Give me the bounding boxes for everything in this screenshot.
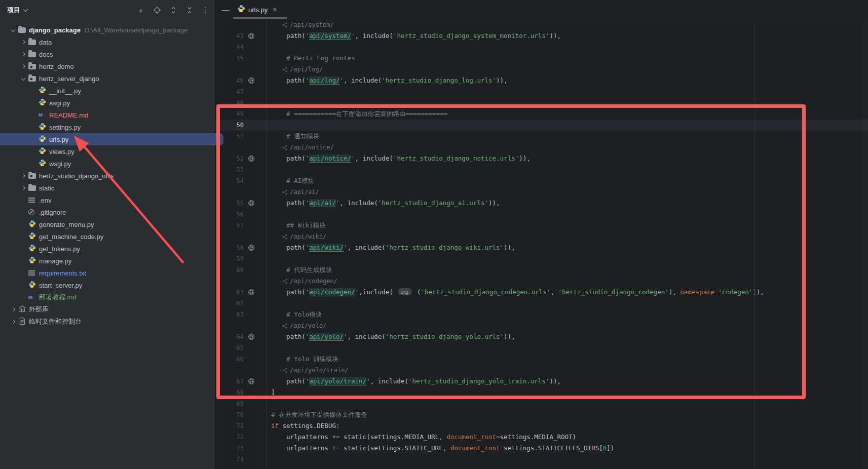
code-line-51[interactable]: 51 # 通知模块 [215, 131, 868, 142]
code-line-55[interactable]: 55 path('api/ai/', include('hertz_studio… [215, 198, 868, 209]
code-line-44[interactable]: 44 [215, 42, 868, 53]
tree-chevron-closed[interactable] [18, 186, 28, 189]
locate-file-button[interactable] [152, 5, 163, 16]
url-globe-gutter-icon[interactable] [248, 333, 255, 340]
tree-item--[interactable]: 临时文件和控制台 [0, 316, 82, 328]
code-line-68[interactable]: 68] [215, 387, 868, 398]
editor-scrollbar[interactable] [862, 19, 868, 469]
folder-icon [28, 52, 36, 57]
code-line-72[interactable]: 72 urlpatterns += static(settings.MEDIA_… [215, 432, 868, 443]
tree-item-get_machine_code.py[interactable]: get_machine_code.py [0, 230, 103, 243]
tab-urls-py[interactable]: urls.py ✕ [233, 0, 287, 19]
code-line-65[interactable]: 65 [215, 342, 868, 354]
tree-chevron-closed[interactable] [8, 308, 18, 311]
tree-item-hertz_demo[interactable]: hertz_demo [0, 60, 74, 72]
tree-chevron-closed[interactable] [18, 174, 28, 177]
url-inlay-hint[interactable]: /api/yolo/ [215, 320, 868, 331]
url-globe-gutter-icon[interactable] [248, 155, 255, 162]
tree-item-__init__.py[interactable]: __init__.py [0, 85, 81, 97]
tree-item-.env[interactable]: .env [0, 194, 52, 206]
hide-panel-button[interactable]: — [219, 4, 232, 15]
code-text: path('api/system/', include('hertz_studi… [271, 30, 561, 42]
code-text: # Yolo 训练模块 [271, 354, 338, 365]
code-line-64[interactable]: 64 path('api/yolo/', include('hertz_stud… [215, 331, 868, 342]
code-line-47[interactable]: 47 [215, 86, 868, 97]
url-inlay-hint[interactable]: /api/system/ [215, 19, 868, 30]
tree-item-README.md[interactable]: M↓README.md [0, 109, 88, 121]
code-line-74[interactable]: 74 [215, 454, 868, 465]
tree-item-asgi.py[interactable]: asgi.py [0, 97, 70, 109]
tree-item-docs[interactable]: docs [0, 48, 53, 60]
code-token: api/wiki/ [309, 244, 344, 252]
tree-item-static[interactable]: static [0, 182, 54, 194]
close-tab-icon[interactable]: ✕ [272, 6, 277, 13]
code-line-49[interactable]: 49 # ===========在下面添加你需要的路由=========== [215, 108, 868, 120]
code-token: ), [669, 288, 681, 296]
url-inlay-hint[interactable]: /api/yolo/train/ [215, 365, 868, 376]
tree-item-wsgi.py[interactable]: wsgi.py [0, 158, 71, 170]
url-globe-gutter-icon[interactable] [248, 289, 255, 296]
code-line-50[interactable]: 50 [215, 120, 868, 131]
collapse-all-button[interactable] [184, 5, 195, 16]
code-line-45[interactable]: 45 # Hertz Log routes [215, 53, 868, 64]
url-inlay-hint[interactable]: /api/log/ [215, 64, 868, 75]
tree-chevron-closed[interactable] [18, 65, 28, 68]
code-line-59[interactable]: 59 [215, 253, 868, 264]
add-button[interactable]: + [135, 5, 146, 16]
tree-chevron-closed[interactable] [8, 320, 18, 323]
tree-item-start_server.py[interactable]: start_server.py [0, 279, 82, 291]
tree-item--.md[interactable]: M↓部署教程.md [0, 291, 77, 303]
url-globe-gutter-icon[interactable] [248, 200, 255, 207]
expand-all-button[interactable] [168, 5, 179, 16]
tree-item-django_package[interactable]: django_packageD:\All_Warehouse\django_pa… [0, 24, 187, 36]
code-line-71[interactable]: 71if settings.DEBUG: [215, 420, 868, 432]
tree-item-get_tokens.py[interactable]: get_tokens.py [0, 243, 80, 255]
code-line-66[interactable]: 66 # Yolo 训练模块 [215, 354, 868, 365]
tree-item-generate_menu.py[interactable]: generate_menu.py [0, 218, 94, 230]
tree-item-manage.py[interactable]: manage.py [0, 255, 71, 267]
tree-item-.gitignore[interactable]: .gitignore [0, 206, 66, 218]
code-line-73[interactable]: 73 urlpatterns += static(settings.STATIC… [215, 443, 868, 454]
tree-item-hertz_server_django[interactable]: hertz_server_django [0, 72, 99, 85]
project-panel-title[interactable]: 项目 [7, 6, 20, 15]
code-line-46[interactable]: 46 path('api/log/', include('hertz_studi… [215, 75, 868, 86]
code-line-67[interactable]: 67 path('api/yolo/train/', include('hert… [215, 376, 868, 387]
code-area[interactable]: /api/system/43 path('api/system/', inclu… [215, 19, 868, 465]
tree-item-requirements.txt[interactable]: requirements.txt [0, 267, 86, 279]
tree-item-hertz_studio_django_utils[interactable]: hertz_studio_django_utils [0, 170, 114, 182]
code-line-43[interactable]: 43 path('api/system/', include('hertz_st… [215, 30, 868, 42]
url-globe-gutter-icon[interactable] [248, 244, 255, 251]
code-line-53[interactable]: 53 [215, 164, 868, 175]
code-line-60[interactable]: 60 # 代码生成模块 [215, 264, 868, 276]
url-inlay-hint[interactable]: /api/codegen/ [215, 276, 868, 287]
code-token: 'hertz_studio_django_wiki.urls' [386, 244, 504, 251]
code-line-52[interactable]: 52 path('api/notice/', include('hertz_st… [215, 153, 868, 164]
code-line-56[interactable]: 56 [215, 209, 868, 220]
code-line-63[interactable]: 63 # Yolo模块 [215, 309, 868, 320]
url-inlay-hint[interactable]: /api/ai/ [215, 186, 868, 198]
url-inlay-hint[interactable]: /api/wiki/ [215, 231, 868, 242]
code-line-48[interactable]: 48 [215, 97, 868, 108]
url-globe-gutter-icon[interactable] [248, 378, 255, 385]
code-line-69[interactable]: 69 [215, 398, 868, 409]
tree-chevron-open[interactable] [8, 28, 18, 31]
more-options-button[interactable]: ⋮ [200, 5, 211, 16]
tree-item-views.py[interactable]: views.py [0, 145, 74, 158]
code-line-61[interactable]: 61 path('api/codegen/',include( arg: ('h… [215, 287, 868, 298]
tree-chevron-closed[interactable] [18, 41, 28, 44]
code-line-58[interactable]: 58 path('api/wiki/', include('hertz_stud… [215, 242, 868, 253]
tree-item-settings.py[interactable]: settings.py [0, 121, 81, 133]
code-line-54[interactable]: 54 # AI模块 [215, 175, 868, 186]
code-line-62[interactable]: 62 [215, 298, 868, 309]
tree-chevron-open[interactable] [18, 77, 28, 80]
code-line-70[interactable]: 70# 在开发环境下提供媒体文件服务 [215, 409, 868, 420]
tree-chevron-closed[interactable] [18, 53, 28, 56]
tree-item-urls.py[interactable]: urls.py [0, 133, 68, 145]
code-token: , include( [344, 76, 382, 84]
url-globe-gutter-icon[interactable] [248, 32, 255, 40]
tree-item-data[interactable]: data [0, 36, 52, 48]
url-inlay-hint[interactable]: /api/notice/ [215, 142, 868, 153]
code-line-57[interactable]: 57 ## Wiki模块 [215, 220, 868, 231]
tree-item--[interactable]: 外部库 [0, 303, 49, 316]
url-globe-gutter-icon[interactable] [248, 77, 255, 84]
